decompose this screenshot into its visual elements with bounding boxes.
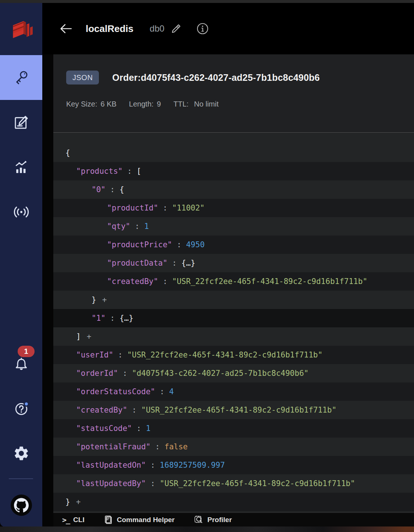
json-row[interactable]: "0" : { bbox=[53, 180, 414, 199]
json-row[interactable]: "createdBy" : "USR_22fcf2ee-465f-4341-89… bbox=[53, 272, 414, 291]
json-string: "11002" bbox=[172, 204, 205, 212]
sidebar-item-notifications[interactable]: 1 bbox=[0, 341, 42, 386]
json-number: 4 bbox=[169, 387, 174, 396]
json-key: "orderStatusCode" bbox=[76, 387, 155, 396]
help-notification-dot bbox=[24, 402, 28, 406]
key-header: JSON Order:d4075f43-c262-4027-ad25-7b1bc… bbox=[53, 54, 414, 132]
json-colon: : bbox=[130, 222, 144, 231]
cli-button[interactable]: >_ CLI bbox=[62, 515, 85, 524]
redisinsight-window: 1 localRe bbox=[0, 0, 414, 532]
database-index: db0 bbox=[150, 24, 164, 34]
window-top-strip bbox=[0, 0, 414, 3]
json-row[interactable]: }+ bbox=[53, 493, 414, 511]
analytics-icon bbox=[13, 159, 30, 176]
bell-icon bbox=[12, 355, 31, 373]
profiler-button[interactable]: Profiler bbox=[194, 515, 232, 525]
json-key: "createdBy" bbox=[76, 406, 127, 414]
json-punct: ] bbox=[76, 332, 81, 341]
info-icon[interactable] bbox=[196, 22, 209, 35]
notification-badge: 1 bbox=[18, 346, 35, 357]
json-colon: : bbox=[158, 204, 172, 212]
help-icon bbox=[12, 399, 31, 418]
json-key: "lastUpdatedBy" bbox=[76, 479, 146, 488]
json-key: "qty" bbox=[107, 222, 130, 231]
key-details-panel: JSON Order:d4075f43-c262-4027-ad25-7b1bc… bbox=[53, 54, 414, 513]
key-length: Length: 9 bbox=[129, 100, 161, 108]
json-row[interactable]: "productPrice" : 4950 bbox=[53, 236, 414, 254]
key-meta-row: Key Size: 6 KB Length: 9 TTL: No limit bbox=[53, 100, 414, 108]
json-row[interactable]: "products" : [ bbox=[53, 162, 414, 180]
json-row[interactable]: "lastUpdatedOn" : 1689257509.997 bbox=[53, 456, 414, 474]
json-key: "userId" bbox=[76, 351, 113, 359]
sidebar-item-workbench[interactable] bbox=[0, 100, 42, 145]
document-icon bbox=[104, 515, 113, 525]
json-punct: } bbox=[65, 497, 70, 506]
pencil-icon[interactable] bbox=[170, 23, 182, 35]
json-row[interactable]: "orderId" : "d4075f43-c262-4027-ad25-7b1… bbox=[53, 364, 414, 382]
json-row[interactable]: ]+ bbox=[53, 327, 414, 346]
database-name: localRedis bbox=[86, 23, 133, 35]
json-boolean: false bbox=[164, 442, 188, 451]
sidebar-item-pubsub[interactable] bbox=[0, 190, 42, 234]
json-colon: : bbox=[113, 351, 127, 359]
json-viewer: {"products" : ["0" : {"productId" : "110… bbox=[53, 132, 414, 513]
sidebar: 1 bbox=[0, 3, 42, 527]
json-row[interactable]: "orderStatusCode" : 4 bbox=[53, 382, 414, 401]
json-row[interactable]: }+ bbox=[53, 291, 414, 309]
sidebar-item-analytics[interactable] bbox=[0, 145, 42, 190]
sidebar-item-settings[interactable] bbox=[0, 431, 42, 476]
json-number: 1 bbox=[144, 222, 149, 231]
github-icon bbox=[14, 498, 29, 513]
redis-logo[interactable] bbox=[0, 13, 42, 46]
json-colon: : bbox=[106, 185, 119, 194]
json-row[interactable]: "productData" : {…} bbox=[53, 254, 414, 272]
sidebar-item-github[interactable] bbox=[0, 484, 42, 527]
json-row[interactable]: "userId" : "USR_22fcf2ee-465f-4341-89c2-… bbox=[53, 346, 414, 364]
json-colon: : bbox=[122, 167, 136, 176]
json-colon: : bbox=[146, 479, 160, 488]
json-row[interactable]: "1" : {…} bbox=[53, 309, 414, 327]
json-colon: : bbox=[172, 240, 186, 249]
json-row[interactable]: "statusCode" : 1 bbox=[53, 419, 414, 438]
key-type-badge: JSON bbox=[66, 71, 99, 85]
json-string: "USR_22fcf2ee-465f-4341-89c2-c9d16b1f711… bbox=[172, 277, 367, 286]
json-row[interactable]: "productId" : "11002" bbox=[53, 199, 414, 217]
json-colon: : bbox=[106, 314, 119, 323]
json-row[interactable]: "lastUpdatedBy" : "USR_22fcf2ee-465f-434… bbox=[53, 474, 414, 493]
json-key: "createdBy" bbox=[107, 277, 158, 286]
expand-button[interactable]: + bbox=[102, 295, 107, 304]
back-arrow-icon[interactable] bbox=[59, 22, 73, 35]
key-icon bbox=[13, 69, 30, 86]
key-name[interactable]: Order:d4075f43-c262-4027-ad25-7b1bc8c490… bbox=[112, 72, 320, 83]
json-row[interactable]: "createdBy" : "USR_22fcf2ee-465f-4341-89… bbox=[53, 401, 414, 419]
json-row[interactable]: { bbox=[53, 144, 414, 162]
json-punct: } bbox=[92, 295, 96, 304]
json-colon: : bbox=[127, 406, 141, 414]
redis-logo-icon bbox=[9, 18, 33, 42]
json-colon: : bbox=[118, 369, 132, 378]
json-colon: : bbox=[132, 424, 146, 433]
json-row[interactable]: "potentialFraud" : false bbox=[53, 438, 414, 456]
json-colon: : bbox=[146, 461, 160, 470]
expand-button[interactable]: + bbox=[76, 497, 81, 506]
json-colon: : bbox=[150, 442, 164, 451]
db-header: localRedis db0 bbox=[42, 3, 414, 54]
terminal-prompt-icon: >_ bbox=[62, 515, 69, 524]
sidebar-item-browser[interactable] bbox=[0, 55, 42, 100]
json-row[interactable]: "qty" : 1 bbox=[53, 217, 414, 236]
expand-button[interactable]: + bbox=[87, 332, 92, 341]
json-string: "USR_22fcf2ee-465f-4341-89c2-c9d16b1f711… bbox=[160, 479, 355, 488]
key-size: Key Size: 6 KB bbox=[66, 100, 117, 108]
json-key: "productData" bbox=[107, 259, 167, 267]
json-punct: [ bbox=[136, 167, 141, 176]
json-key: "0" bbox=[92, 185, 106, 194]
sidebar-divider bbox=[9, 478, 33, 479]
json-colon: : bbox=[155, 387, 169, 396]
sidebar-item-help[interactable] bbox=[0, 386, 42, 431]
json-number: 1689257509.997 bbox=[160, 461, 225, 470]
json-string: "USR_22fcf2ee-465f-4341-89c2-c9d16b1f711… bbox=[127, 351, 322, 359]
magnifier-icon bbox=[194, 515, 204, 525]
workbench-icon bbox=[13, 114, 30, 131]
command-helper-button[interactable]: Command Helper bbox=[104, 515, 175, 525]
json-key: "1" bbox=[92, 314, 106, 323]
